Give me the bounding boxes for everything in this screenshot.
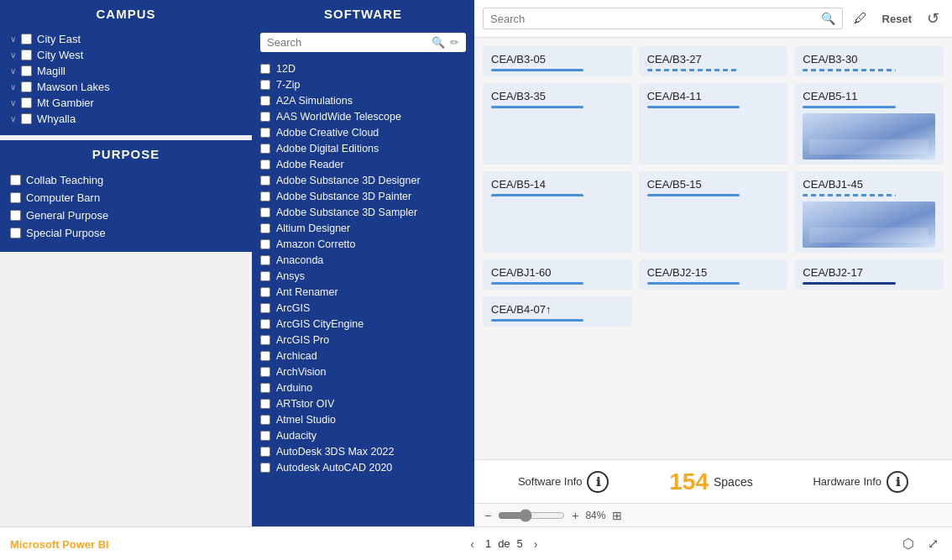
software-checkbox[interactable]	[260, 112, 270, 122]
software-item[interactable]: Adobe Substance 3D Painter	[260, 188, 466, 204]
expand-button[interactable]: ⤢	[924, 534, 942, 553]
software-checkbox[interactable]	[260, 128, 270, 138]
software-item[interactable]: 7-Zip	[260, 76, 466, 92]
software-item[interactable]: ArcGIS CityEngine	[260, 316, 466, 332]
software-checkbox[interactable]	[260, 239, 270, 249]
zoom-plus-button[interactable]: +	[570, 509, 580, 522]
purpose-item-special-purpose[interactable]: Special Purpose	[10, 224, 242, 242]
software-item[interactable]: Arduino	[260, 379, 466, 395]
filter-icon-button[interactable]: 🖊	[850, 8, 871, 29]
software-checkbox[interactable]	[260, 207, 270, 217]
software-checkbox[interactable]	[260, 415, 270, 425]
software-checkbox[interactable]	[260, 431, 270, 441]
software-checkbox[interactable]	[260, 255, 270, 265]
software-item[interactable]: Altium Designer	[260, 220, 466, 236]
software-item[interactable]: ARTstor OIV	[260, 395, 466, 411]
hardware-info-circle[interactable]: ℹ	[887, 471, 908, 493]
software-item[interactable]: Ansys	[260, 268, 466, 284]
software-info-circle[interactable]: ℹ	[587, 471, 609, 493]
campus-checkbox-magill[interactable]	[21, 65, 32, 76]
purpose-checkbox-special-purpose[interactable]	[10, 228, 21, 238]
undo-icon-button[interactable]: ↺	[923, 7, 944, 30]
software-item[interactable]: Archicad	[260, 348, 466, 364]
software-item[interactable]: Adobe Digital Editions	[260, 140, 466, 156]
reset-button[interactable]: Reset	[878, 10, 916, 28]
room-card[interactable]: CEA/B3-27	[639, 46, 788, 76]
software-checkbox[interactable]	[260, 96, 270, 106]
campus-checkbox-whyalla[interactable]	[21, 113, 32, 124]
purpose-item-collab-teaching[interactable]: Collab Teaching	[10, 171, 242, 189]
software-item[interactable]: Adobe Substance 3D Designer	[260, 172, 466, 188]
software-checkbox[interactable]	[260, 335, 270, 345]
software-checkbox[interactable]	[260, 383, 270, 393]
software-checkbox[interactable]	[260, 175, 270, 186]
software-checkbox[interactable]	[260, 399, 270, 409]
software-item[interactable]: Ant Renamer	[260, 284, 466, 300]
software-item[interactable]: ArchVision	[260, 364, 466, 379]
software-checkbox[interactable]	[260, 351, 270, 361]
software-item[interactable]: 12D	[260, 60, 466, 76]
next-page-button[interactable]: ›	[530, 536, 542, 552]
zoom-slider[interactable]	[498, 509, 565, 522]
room-card[interactable]: CEA/BJ1-60	[483, 259, 632, 290]
purpose-checkbox-computer-barn[interactable]	[10, 192, 21, 203]
campus-item-city-west[interactable]: ∨ City West	[10, 47, 242, 63]
software-checkbox[interactable]	[260, 191, 270, 201]
software-item[interactable]: ArcGIS	[260, 300, 466, 316]
prev-page-button[interactable]: ‹	[466, 536, 479, 552]
room-card[interactable]: CEA/BJ1-45	[794, 171, 944, 253]
software-checkbox[interactable]	[260, 223, 270, 233]
software-item[interactable]: Audacity	[260, 427, 466, 443]
software-item[interactable]: ArcGIS Pro	[260, 332, 466, 348]
software-checkbox[interactable]	[260, 463, 270, 473]
software-checkbox[interactable]	[260, 367, 270, 377]
campus-item-mt-gambier[interactable]: ∨ Mt Gambier	[10, 95, 242, 111]
campus-checkbox-city-west[interactable]	[21, 50, 32, 60]
software-edit-icon[interactable]: ✏	[450, 36, 459, 49]
software-item[interactable]: AutoDesk 3DS Max 2022	[260, 443, 466, 459]
room-card[interactable]: CEA/B5-11	[794, 83, 944, 165]
software-item[interactable]: Adobe Creative Cloud	[260, 124, 466, 140]
software-checkbox[interactable]	[260, 303, 270, 313]
room-card[interactable]: CEA/B3-30	[794, 46, 944, 76]
software-item[interactable]: Anaconda	[260, 252, 466, 268]
purpose-item-computer-barn[interactable]: Computer Barn	[10, 189, 242, 207]
room-card[interactable]: CEA/BJ2-17	[794, 259, 944, 290]
software-checkbox[interactable]	[260, 160, 270, 170]
software-item[interactable]: Atmel Studio	[260, 411, 466, 427]
campus-checkbox-mt-gambier[interactable]	[21, 97, 32, 108]
campus-item-whyalla[interactable]: ∨ Whyalla	[10, 111, 242, 127]
software-checkbox[interactable]	[260, 271, 270, 281]
room-card[interactable]: CEA/B5-15	[639, 171, 788, 253]
software-item[interactable]: A2A Simulations	[260, 92, 466, 108]
campus-checkbox-city-east[interactable]	[21, 34, 32, 44]
software-checkbox[interactable]	[260, 447, 270, 457]
zoom-fit-button[interactable]: ⊞	[610, 509, 624, 522]
software-checkbox[interactable]	[260, 144, 270, 154]
room-card[interactable]: CEA/B3-05	[483, 46, 632, 76]
purpose-checkbox-collab-teaching[interactable]	[10, 175, 21, 186]
room-card[interactable]: CEA/B4-07↑	[483, 296, 632, 327]
software-checkbox[interactable]	[260, 80, 270, 90]
software-item[interactable]: Adobe Substance 3D Sampler	[260, 204, 466, 220]
zoom-minus-button[interactable]: −	[483, 509, 493, 522]
campus-item-city-east[interactable]: ∨ City East	[10, 31, 242, 47]
software-search-input[interactable]	[267, 36, 426, 49]
main-search-input[interactable]	[490, 13, 816, 25]
software-item[interactable]: Amazon Corretto	[260, 236, 466, 252]
campus-checkbox-mawson-lakes[interactable]	[21, 81, 32, 92]
campus-item-magill[interactable]: ∨ Magill	[10, 63, 242, 79]
software-checkbox[interactable]	[260, 287, 270, 297]
software-checkbox[interactable]	[260, 64, 270, 74]
software-item[interactable]: AAS WorldWide Telescope	[260, 108, 466, 124]
software-item[interactable]: Adobe Reader	[260, 156, 466, 172]
purpose-checkbox-general-purpose[interactable]	[10, 210, 21, 221]
room-card[interactable]: CEA/B5-14	[483, 171, 632, 253]
purpose-item-general-purpose[interactable]: General Purpose	[10, 207, 242, 224]
room-card[interactable]: CEA/BJ2-15	[639, 259, 788, 290]
software-item[interactable]: Autodesk AutoCAD 2020	[260, 459, 466, 475]
room-card[interactable]: CEA/B4-11	[639, 83, 788, 165]
campus-item-mawson-lakes[interactable]: ∨ Mawson Lakes	[10, 79, 242, 95]
software-checkbox[interactable]	[260, 319, 270, 329]
share-button[interactable]: ⬡	[899, 534, 918, 553]
